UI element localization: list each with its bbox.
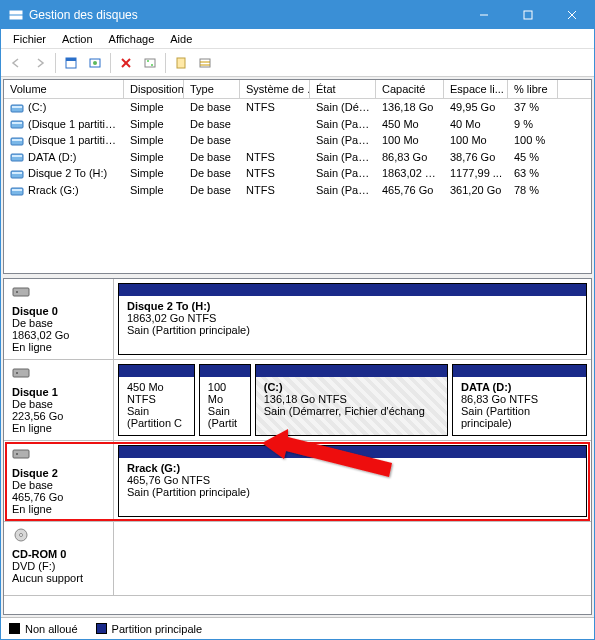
properties-button[interactable] bbox=[139, 52, 161, 74]
cell-state: Sain (Parti... bbox=[310, 133, 376, 148]
volume-icon bbox=[10, 136, 24, 147]
volume-list-pane[interactable]: Volume Disposition Type Système de ... É… bbox=[3, 79, 592, 274]
partition-body: Rrack (G:) 465,76 Go NTFS Sain (Partitio… bbox=[119, 458, 586, 516]
close-button[interactable] bbox=[550, 1, 594, 29]
titlebar[interactable]: Gestion des disques bbox=[1, 1, 594, 29]
partition-line2: 450 Mo NTFS bbox=[127, 381, 186, 405]
svg-rect-15 bbox=[177, 58, 185, 68]
partition-line3: Sain (Partition principale) bbox=[127, 486, 578, 498]
partition-line3: Sain (Partition principale) bbox=[127, 324, 578, 336]
volume-row[interactable]: (Disque 1 partition...SimpleDe baseSain … bbox=[4, 132, 591, 149]
disk-icon bbox=[12, 366, 105, 382]
cell-type: De base bbox=[184, 117, 240, 132]
svg-rect-22 bbox=[12, 122, 22, 124]
delete-button[interactable] bbox=[115, 52, 137, 74]
disk-kind: De base bbox=[12, 317, 105, 329]
menu-view[interactable]: Affichage bbox=[101, 31, 163, 47]
cell-capacity: 100 Mo bbox=[376, 133, 444, 148]
svg-rect-20 bbox=[12, 106, 22, 108]
col-disposition[interactable]: Disposition bbox=[124, 80, 184, 98]
partition-bar bbox=[119, 446, 586, 458]
col-volume[interactable]: Volume bbox=[4, 80, 124, 98]
svg-rect-26 bbox=[12, 155, 22, 157]
volume-icon bbox=[10, 152, 24, 163]
cell-state: Sain (Parti... bbox=[310, 150, 376, 165]
svg-rect-16 bbox=[200, 59, 210, 67]
cell-volume: DATA (D:) bbox=[4, 150, 124, 165]
cell-state: Sain (Parti... bbox=[310, 117, 376, 132]
menu-file[interactable]: Fichier bbox=[5, 31, 54, 47]
cell-disposition: Simple bbox=[124, 150, 184, 165]
disk-row[interactable]: CD-ROM 0 DVD (F:) Aucun support bbox=[4, 522, 591, 596]
col-pct[interactable]: % libre bbox=[508, 80, 558, 98]
cell-capacity: 136,18 Go bbox=[376, 100, 444, 115]
disk-info: Disque 0 De base 1863,02 Go En ligne bbox=[4, 279, 114, 359]
volume-row[interactable]: Rrack (G:)SimpleDe baseNTFSSain (Parti..… bbox=[4, 182, 591, 199]
disk-row[interactable]: Disque 2 De base 465,76 Go En ligne Rrac… bbox=[4, 441, 591, 522]
cell-disposition: Simple bbox=[124, 166, 184, 181]
separator bbox=[110, 53, 111, 73]
volume-row[interactable]: (C:)SimpleDe baseNTFSSain (Dém...136,18 … bbox=[4, 99, 591, 116]
col-system[interactable]: Système de ... bbox=[240, 80, 310, 98]
disk-row[interactable]: Disque 0 De base 1863,02 Go En ligne Dis… bbox=[4, 279, 591, 360]
grid-body[interactable]: (C:)SimpleDe baseNTFSSain (Dém...136,18 … bbox=[4, 99, 591, 273]
window-title: Gestion des disques bbox=[29, 8, 462, 22]
swatch-unallocated bbox=[9, 623, 20, 634]
disk-icon bbox=[12, 447, 105, 463]
window-icon-button[interactable] bbox=[60, 52, 82, 74]
cell-disposition: Simple bbox=[124, 183, 184, 198]
svg-point-14 bbox=[151, 64, 153, 66]
volume-row[interactable]: DATA (D:)SimpleDe baseNTFSSain (Parti...… bbox=[4, 149, 591, 166]
volume-row[interactable]: Disque 2 To (H:)SimpleDe baseNTFSSain (P… bbox=[4, 165, 591, 182]
partition-body: Disque 2 To (H:) 1863,02 Go NTFS Sain (P… bbox=[119, 296, 586, 354]
swatch-primary bbox=[96, 623, 107, 634]
svg-point-13 bbox=[147, 60, 149, 62]
disk-row[interactable]: Disque 1 De base 223,56 Go En ligne 450 … bbox=[4, 360, 591, 441]
partition[interactable]: 450 Mo NTFS Sain (Partition C bbox=[118, 364, 195, 436]
separator bbox=[55, 53, 56, 73]
disk-kind: De base bbox=[12, 398, 105, 410]
partition-body: DATA (D:) 86,83 Go NTFS Sain (Partition … bbox=[453, 377, 586, 435]
cell-type: De base bbox=[184, 133, 240, 148]
maximize-button[interactable] bbox=[506, 1, 550, 29]
disk-icon bbox=[12, 285, 105, 301]
partition[interactable]: 100 Mo Sain (Partit bbox=[199, 364, 251, 436]
disk-info: Disque 1 De base 223,56 Go En ligne bbox=[4, 360, 114, 440]
cell-volume: Disque 2 To (H:) bbox=[4, 166, 124, 181]
volume-row[interactable]: (Disque 1 partition...SimpleDe baseSain … bbox=[4, 116, 591, 133]
help-button[interactable] bbox=[170, 52, 192, 74]
window: Gestion des disques Fichier Action Affic… bbox=[0, 0, 595, 640]
col-capacity[interactable]: Capacité bbox=[376, 80, 444, 98]
cell-state: Sain (Parti... bbox=[310, 166, 376, 181]
partition[interactable]: Disque 2 To (H:) 1863,02 Go NTFS Sain (P… bbox=[118, 283, 587, 355]
cell-type: De base bbox=[184, 183, 240, 198]
partition[interactable]: Rrack (G:) 465,76 Go NTFS Sain (Partitio… bbox=[118, 445, 587, 517]
menu-action[interactable]: Action bbox=[54, 31, 101, 47]
volume-icon bbox=[10, 119, 24, 130]
partition-line3: Sain (Partition principale) bbox=[461, 405, 578, 429]
partition[interactable]: (C:) 136,18 Go NTFS Sain (Démarrer, Fich… bbox=[255, 364, 448, 436]
refresh-button[interactable] bbox=[84, 52, 106, 74]
disk-name: Disque 1 bbox=[12, 386, 105, 398]
partition-line3: Sain (Démarrer, Fichier d'échang bbox=[264, 405, 439, 417]
partition-name: Rrack (G:) bbox=[127, 462, 578, 474]
cell-free: 361,20 Go bbox=[444, 183, 508, 198]
col-type[interactable]: Type bbox=[184, 80, 240, 98]
minimize-button[interactable] bbox=[462, 1, 506, 29]
partition-line2: 1863,02 Go NTFS bbox=[127, 312, 578, 324]
partition[interactable]: DATA (D:) 86,83 Go NTFS Sain (Partition … bbox=[452, 364, 587, 436]
col-free[interactable]: Espace li... bbox=[444, 80, 508, 98]
disk-size: 465,76 Go bbox=[12, 491, 105, 503]
list-button[interactable] bbox=[194, 52, 216, 74]
disk-info: CD-ROM 0 DVD (F:) Aucun support bbox=[4, 522, 114, 595]
disk-status: En ligne bbox=[12, 422, 105, 434]
svg-point-9 bbox=[93, 61, 97, 65]
volume-icon bbox=[10, 169, 24, 180]
svg-point-34 bbox=[16, 372, 18, 374]
col-state[interactable]: État bbox=[310, 80, 376, 98]
cell-type: De base bbox=[184, 100, 240, 115]
disk-graph-pane[interactable]: Disque 0 De base 1863,02 Go En ligne Dis… bbox=[3, 278, 592, 615]
cell-system: NTFS bbox=[240, 100, 310, 115]
menu-help[interactable]: Aide bbox=[162, 31, 200, 47]
partition-bar bbox=[453, 365, 586, 377]
